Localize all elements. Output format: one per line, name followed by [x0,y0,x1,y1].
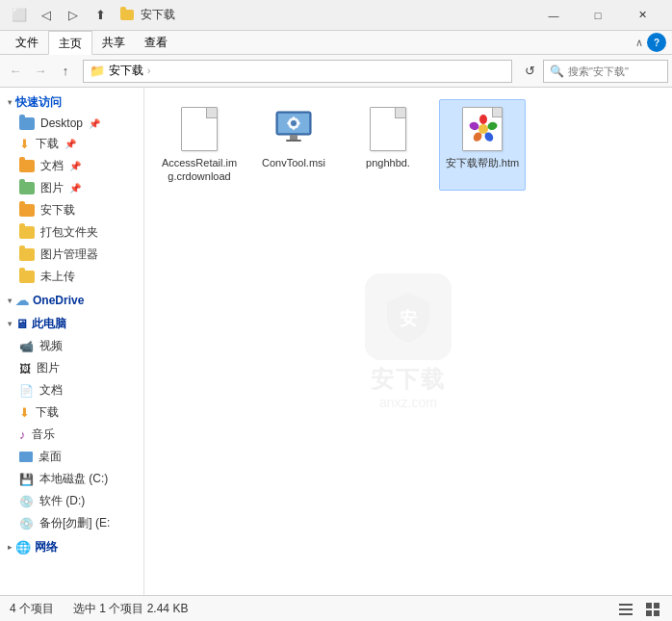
sidebar-item-pictures[interactable]: 图片 📌 [0,177,143,199]
watermark-sub: anxz.com [379,395,437,410]
video-icon: 📹 [19,340,34,353]
file-label: pnghhbd. [366,156,410,169]
folder-icon [19,117,35,130]
file-item-htm[interactable]: 安下载帮助.htm [439,99,526,191]
sidebar: ▾ 快速访问 Desktop 📌 ⬇ 下载 📌 文档 📌 图片 📌 [0,88,144,595]
minimize-system-btn[interactable]: ⬜ [8,3,31,28]
window-control-buttons[interactable]: ⬜ ◁ ▷ ⬆ [8,3,112,28]
folder-back-btn[interactable]: ◁ [35,3,58,28]
ribbon: 文件 主页 共享 查看 ∧ ? [0,31,672,55]
minimize-button[interactable]: — [531,0,576,31]
watermark-shield-svg: 安 [379,288,437,346]
sidebar-item-music[interactable]: ♪ 音乐 [0,424,143,446]
address-bar[interactable]: 📁 安下载 › [83,60,512,83]
up-button[interactable]: ↑ [54,59,77,84]
network-header[interactable]: ▸ 🌐 网络 [0,536,143,558]
quick-access-header[interactable]: ▾ 快速访问 [0,91,143,114]
view-grid-button[interactable] [643,600,662,619]
sidebar-item-label: 视频 [39,338,63,354]
tab-home[interactable]: 主页 [48,31,92,55]
search-input[interactable] [568,65,661,77]
sidebar-item-drive-e[interactable]: 💿 备份[勿删] (E: [0,512,143,534]
file-item-accessretail[interactable]: AccessRetail.img.crdownload [156,99,243,191]
item-count: 4 个项目 [10,601,54,617]
title-window-controls[interactable]: — □ ✕ [531,0,664,31]
desktop-icon [19,452,33,462]
folder-icon [19,182,35,194]
sidebar-item-packaged[interactable]: 打包文件夹 [0,221,143,244]
refresh-button[interactable]: ↺ [518,59,541,84]
selected-info: 选中 1 个项目 2.44 KB [73,601,188,617]
sidebar-item-imgmgr[interactable]: 图片管理器 [0,244,143,266]
account-icon[interactable]: ? [647,33,666,52]
tab-view[interactable]: 查看 [135,31,177,54]
tab-share[interactable]: 共享 [92,31,135,54]
drive-e-icon: 💿 [19,517,34,530]
ribbon-tabs: 文件 主页 共享 查看 ∧ ? [0,31,672,54]
folder-icon [19,271,35,283]
content-area[interactable]: 安 安下载 anxz.com AccessRetail.img.crdownlo… [144,88,672,595]
sidebar-item-desktop[interactable]: Desktop 📌 [0,114,143,133]
folder-up-btn[interactable]: ⬆ [89,3,112,28]
svg-point-13 [487,121,499,132]
folder-icon [19,204,35,217]
list-view-icon [618,602,633,617]
file-icon-area [176,106,222,152]
sidebar-item-notupload[interactable]: 未上传 [0,266,143,288]
crumb-arrow: › [147,65,150,76]
close-button[interactable]: ✕ [620,0,664,31]
sidebar-item-downloads[interactable]: ⬇ 下载 📌 [0,133,143,155]
tab-file[interactable]: 文件 [6,31,48,54]
network-label: 网络 [35,539,58,556]
svg-rect-8 [293,127,295,130]
ribbon-collapse-btn[interactable]: ∧ [635,37,643,49]
sidebar-item-video[interactable]: 📹 视频 [0,335,143,357]
svg-rect-20 [619,613,633,615]
sidebar-item-documents[interactable]: 📄 文档 [0,379,143,401]
sidebar-item-label: 备份[勿删] (E: [39,515,110,531]
main-layout: ▾ 快速访问 Desktop 📌 ⬇ 下载 📌 文档 📌 图片 📌 [0,88,672,595]
msi-icon [272,108,315,150]
sidebar-item-label: 图片 [37,360,60,376]
window-title: 安下载 [141,7,531,23]
pictures-icon: 🖼 [19,362,31,375]
onedrive-section: ▾ ☁ OneDrive [0,290,143,311]
folder-fwd-btn[interactable]: ▷ [62,3,85,28]
network-arrow: ▸ [8,543,12,552]
sidebar-item-drive-d[interactable]: 💿 软件 (D:) [0,490,143,512]
sidebar-item-anzaixa[interactable]: 安下载 [0,199,143,221]
file-item-pnghhbd[interactable]: pnghhbd. [345,99,431,191]
svg-rect-7 [293,116,295,119]
blank-page-icon [370,107,406,151]
file-label: 安下载帮助.htm [446,156,519,169]
folder-icon [19,248,35,261]
htm-flower-icon [468,114,499,144]
file-icon-area [459,106,505,152]
view-list-button[interactable] [616,600,635,619]
svg-rect-19 [619,608,633,610]
svg-point-6 [291,120,297,126]
watermark-text: 安下载 [371,364,446,395]
folder-icon [19,160,35,172]
onedrive-header[interactable]: ▾ ☁ OneDrive [0,290,143,311]
sidebar-item-desktop-pc[interactable]: 桌面 [0,446,143,468]
back-button[interactable]: ← [4,59,27,84]
search-box[interactable]: 🔍 [543,60,668,83]
blank-page-icon [181,107,218,151]
sidebar-item-dl[interactable]: ⬇ 下载 [0,401,143,424]
sidebar-item-label: 图片 [40,180,64,196]
sidebar-item-drive-c[interactable]: 💾 本地磁盘 (C:) [0,468,143,490]
file-item-convtool[interactable]: ConvTool.msi [250,99,337,191]
svg-rect-18 [619,604,633,606]
htm-icon-bg [462,107,503,151]
sidebar-item-label: Desktop [40,116,83,130]
thispc-label: 此电脑 [32,316,66,332]
maximize-button[interactable]: □ [576,0,620,31]
forward-button[interactable]: → [29,59,52,84]
sidebar-item-label: 下载 [36,136,59,152]
onedrive-arrow: ▾ [8,297,12,305]
thispc-header[interactable]: ▾ 🖥 此电脑 [0,313,143,335]
sidebar-item-pics[interactable]: 🖼 图片 [0,357,143,379]
sidebar-item-docs[interactable]: 文档 📌 [0,155,143,177]
thispc-section: ▾ 🖥 此电脑 📹 视频 🖼 图片 📄 文档 ⬇ 下载 ♪ [0,313,143,534]
